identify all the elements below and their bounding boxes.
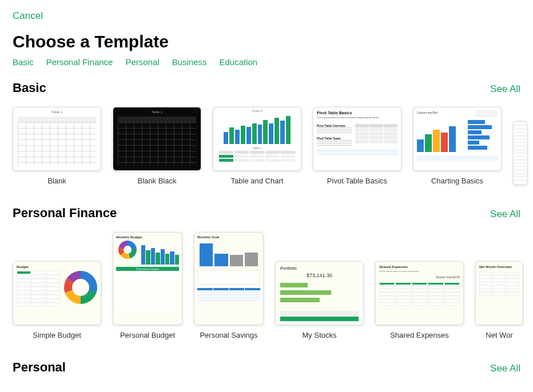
template-pivot-table-basics[interactable]: Pivot Table Basics Lorem ipsum dolor sit… <box>313 107 401 185</box>
section-personal-finance: Personal Finance See All Budget <box>0 206 533 346</box>
thumb-sublabel: Table 1 <box>213 146 301 150</box>
template-label: Net Wor <box>486 331 512 339</box>
tab-personal[interactable]: Personal <box>125 57 159 67</box>
section-title-personal-finance: Personal Finance <box>13 206 117 221</box>
thumb-title: Shared Expenses <box>379 265 460 269</box>
thumb-title: Budget <box>17 265 97 269</box>
tab-business[interactable]: Business <box>172 57 207 67</box>
thumb-title: Monthly Budget <box>116 235 179 239</box>
template-personal-savings[interactable]: Monthly Goal <box>194 232 264 339</box>
thumb-title: Monthly Goal <box>197 235 260 239</box>
thumb-label: Chart 1 <box>213 109 301 113</box>
see-all-basic[interactable]: See All <box>490 83 520 95</box>
template-charting-basics[interactable]: Column and Bar <box>413 107 502 185</box>
template-label: Personal Savings <box>200 331 257 339</box>
thumb-label: Table 1 <box>13 110 101 114</box>
thumb-title: Portfolio <box>280 266 359 270</box>
template-label: Blank <box>47 177 66 185</box>
section-basic: Basic See All Table 1 Blank Table 1 Blan… <box>0 81 533 192</box>
thumb-title: Pivot Table Basics <box>317 111 397 115</box>
template-net-worth[interactable]: Net Worth Overview Net Wor <box>475 261 523 339</box>
template-label: Simple Budget <box>33 331 81 339</box>
template-label: Table and Chart <box>231 177 284 185</box>
template-personal-budget[interactable]: Monthly Budget Summary by Category <box>113 232 182 339</box>
template-peek[interactable] <box>513 121 527 185</box>
tab-basic[interactable]: Basic <box>13 57 34 67</box>
template-blank-black[interactable]: Table 1 Blank Black <box>113 107 201 185</box>
cancel-button[interactable]: Cancel <box>13 10 43 21</box>
section-title-basic: Basic <box>13 81 46 95</box>
page-title: Choose a Template <box>13 32 520 51</box>
tab-personal-finance[interactable]: Personal Finance <box>46 57 113 67</box>
thumb-label: Table 1 <box>113 110 201 114</box>
thumb-title: Net Worth Overview <box>479 265 519 269</box>
template-label: Blank Black <box>138 177 177 185</box>
template-shared-expenses[interactable]: Shared Expenses Lorem ipsum dolor sit am… <box>375 261 464 339</box>
template-blank[interactable]: Table 1 Blank <box>13 107 101 185</box>
thumb-lead: Column and Bar <box>417 111 437 118</box>
section-title-personal: Personal <box>13 360 66 375</box>
template-my-stocks[interactable]: Portfolio $73,141.30 My Stocks <box>275 261 364 339</box>
template-label: My Stocks <box>303 331 337 339</box>
template-simple-budget[interactable]: Budget Simple Budge <box>13 261 101 339</box>
see-all-personal[interactable]: See All <box>490 363 520 374</box>
template-label: Charting Basics <box>431 177 483 185</box>
category-tabs: Basic Personal Finance Personal Business… <box>0 54 533 67</box>
thumb-mid-label: Summary by Category <box>116 267 179 271</box>
template-label: Personal Budget <box>120 331 175 339</box>
thumb-amount: $73,141.30 <box>280 273 359 278</box>
template-label: Shared Expenses <box>390 331 449 339</box>
tab-education[interactable]: Education <box>220 57 258 67</box>
see-all-personal-finance[interactable]: See All <box>490 209 520 220</box>
template-label: Pivot Table Basics <box>327 177 387 185</box>
section-personal: Personal See All <box>0 360 533 377</box>
template-table-and-chart[interactable]: Chart 1 Table 1 Table and Chart <box>213 107 301 185</box>
